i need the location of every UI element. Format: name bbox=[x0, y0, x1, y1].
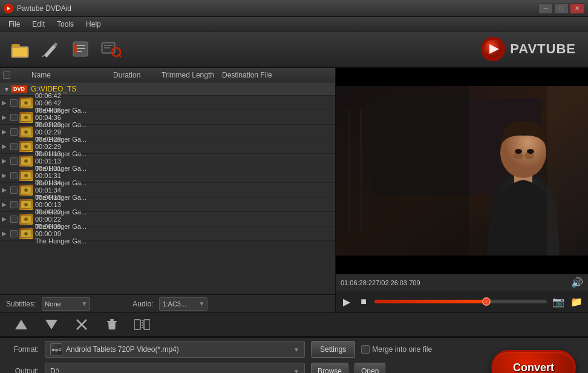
svg-point-38 bbox=[25, 160, 27, 162]
format-label: Format: bbox=[7, 345, 39, 354]
file-table[interactable]: ▼ DVD G:\VIDEO_TS ▶ 00:06:42 00:06:42 Th… bbox=[0, 82, 335, 294]
row-checkbox[interactable] bbox=[10, 201, 18, 208]
menu-edit[interactable]: Edit bbox=[26, 19, 51, 30]
close-button[interactable]: ✕ bbox=[570, 3, 584, 14]
edit-btn[interactable] bbox=[36, 35, 64, 63]
row-thumbnail bbox=[19, 127, 33, 137]
menu-file[interactable]: File bbox=[2, 19, 26, 30]
title-bar: Pavtube DVDAid ─ □ ✕ bbox=[0, 0, 588, 17]
open-button[interactable]: Open bbox=[354, 363, 385, 373]
window-title: Pavtube DVDAid bbox=[17, 4, 538, 13]
time-bar: 01:06:28:227/02:26:03:709 🔊 bbox=[336, 274, 588, 291]
row-trimmed: 00:02:29 bbox=[35, 143, 96, 150]
row-trimmed: 00:01:13 bbox=[35, 157, 96, 165]
move-up-btn[interactable] bbox=[12, 315, 30, 334]
svg-rect-70 bbox=[348, 110, 350, 231]
format-icon: mp4 bbox=[50, 343, 62, 355]
row-expand: ▶ bbox=[0, 157, 8, 164]
svg-rect-80 bbox=[144, 320, 150, 329]
row-checkbox[interactable] bbox=[10, 157, 18, 165]
col-header-trimmed: Trimmed Length bbox=[162, 71, 222, 79]
row-checkbox[interactable] bbox=[10, 143, 18, 150]
row-checkbox[interactable] bbox=[10, 114, 18, 121]
select-all-checkbox[interactable] bbox=[3, 71, 10, 79]
progress-thumb[interactable] bbox=[482, 297, 491, 306]
open-file-btn[interactable] bbox=[6, 35, 34, 63]
svg-marker-74 bbox=[45, 320, 57, 329]
table-row[interactable]: ▶ 00:00:09 00:00:09 The Hunger Ga... bbox=[0, 226, 335, 241]
progress-track[interactable] bbox=[374, 300, 547, 303]
output-folder-icon[interactable]: 📁 bbox=[570, 295, 583, 308]
audio-label: Audio: bbox=[132, 300, 153, 308]
output-label: Output: bbox=[7, 367, 39, 373]
row-expand: ▶ bbox=[0, 128, 8, 135]
rows-container: ▶ 00:06:42 00:06:42 The Hunger Ga... ▶ bbox=[0, 96, 335, 241]
minimize-button[interactable]: ─ bbox=[538, 3, 553, 14]
format-value: Android Tablets 720P Video(*.mp4) bbox=[66, 345, 179, 354]
svg-rect-72 bbox=[547, 86, 588, 256]
action-toolbar bbox=[0, 312, 588, 337]
row-expand: ▶ bbox=[0, 99, 8, 106]
play-button[interactable]: ▶ bbox=[341, 295, 353, 308]
video-preview bbox=[336, 68, 588, 274]
row-checkbox[interactable] bbox=[10, 230, 18, 237]
format-dropdown[interactable]: mp4 Android Tablets 720P Video(*.mp4) ▼ bbox=[45, 341, 305, 358]
svg-point-34 bbox=[25, 145, 27, 147]
row-duration: 00:00:22 bbox=[35, 208, 83, 216]
merge-option: Merge into one file bbox=[361, 345, 432, 354]
svg-point-58 bbox=[25, 233, 27, 234]
svg-rect-78 bbox=[110, 319, 114, 321]
col-header-dest: Destination File bbox=[222, 71, 319, 79]
scan-btn[interactable] bbox=[97, 35, 125, 63]
row-thumbnail bbox=[19, 112, 33, 123]
svg-rect-9 bbox=[74, 44, 77, 47]
output-value: D:\ bbox=[50, 367, 59, 373]
preview-panel: 01:06:28:227/02:26:03:709 🔊 ▶ ■ 📷 📁 bbox=[336, 68, 588, 312]
menu-help[interactable]: Help bbox=[80, 19, 107, 30]
table-header: Name Duration Trimmed Length Destination… bbox=[0, 68, 335, 82]
svg-point-26 bbox=[25, 116, 27, 118]
row-checkbox[interactable] bbox=[10, 128, 18, 136]
row-checkbox[interactable] bbox=[10, 172, 18, 179]
row-expand: ▶ bbox=[0, 216, 8, 222]
row-checkbox[interactable] bbox=[10, 187, 18, 194]
convert-button[interactable]: Convert bbox=[491, 350, 576, 373]
row-checkbox[interactable] bbox=[10, 99, 18, 107]
subtitles-dropdown[interactable]: None ▼ bbox=[42, 297, 90, 311]
row-duration: 00:01:13 bbox=[35, 150, 83, 157]
split-btn[interactable] bbox=[133, 315, 151, 334]
row-thumbnail bbox=[19, 156, 33, 167]
clear-btn[interactable] bbox=[103, 315, 121, 334]
browse-button[interactable]: Browse bbox=[311, 363, 348, 373]
row-trimmed: 00:01:31 bbox=[35, 172, 96, 179]
row-trimmed: 00:06:42 bbox=[35, 99, 96, 107]
maximize-button[interactable]: □ bbox=[554, 3, 569, 14]
volume-icon[interactable]: 🔊 bbox=[571, 277, 583, 288]
window-controls: ─ □ ✕ bbox=[538, 3, 584, 14]
output-dropdown-arrow: ▼ bbox=[293, 368, 299, 374]
merge-checkbox[interactable] bbox=[361, 345, 370, 354]
row-trimmed: 00:00:13 bbox=[35, 201, 96, 208]
col-header-duration: Duration bbox=[113, 71, 162, 79]
audio-dropdown[interactable]: 1:AC3... ▼ bbox=[159, 297, 207, 311]
svg-rect-79 bbox=[134, 320, 140, 329]
dvd-badge: DVD bbox=[11, 85, 27, 93]
row-checkbox[interactable] bbox=[10, 216, 18, 223]
row-trimmed: 00:02:29 bbox=[35, 128, 96, 136]
task-list-btn[interactable] bbox=[67, 35, 94, 63]
row-expand: ▶ bbox=[0, 172, 8, 179]
format-row: Format: mp4 Android Tablets 720P Video(*… bbox=[7, 341, 581, 358]
settings-button[interactable]: Settings bbox=[311, 341, 355, 358]
row-thumbnail bbox=[19, 199, 33, 210]
bottom-bar: Format: mp4 Android Tablets 720P Video(*… bbox=[0, 337, 588, 373]
move-down-btn[interactable] bbox=[42, 315, 60, 334]
svg-marker-73 bbox=[15, 320, 27, 329]
row-expand: ▶ bbox=[0, 187, 8, 193]
remove-btn[interactable] bbox=[73, 315, 91, 334]
file-panel: Name Duration Trimmed Length Destination… bbox=[0, 68, 336, 312]
menu-tools[interactable]: Tools bbox=[51, 19, 80, 30]
stop-button[interactable]: ■ bbox=[358, 295, 370, 308]
svg-rect-69 bbox=[336, 86, 469, 256]
output-dropdown[interactable]: D:\ ▼ bbox=[45, 363, 305, 373]
screenshot-icon[interactable]: 📷 bbox=[552, 295, 565, 308]
